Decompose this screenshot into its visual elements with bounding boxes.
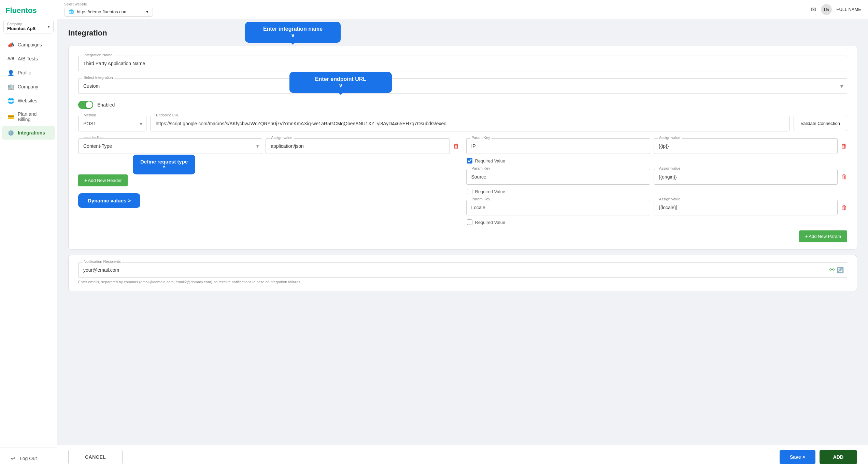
enabled-toggle[interactable] <box>78 101 93 109</box>
add-param-button[interactable]: + Add New Param <box>799 230 847 242</box>
integration-name-field: Integration Name <box>78 56 847 71</box>
validate-connection-button[interactable]: Validate Connection <box>794 116 847 131</box>
notification-input[interactable] <box>78 262 847 278</box>
sidebar-item-label: Integrations <box>18 130 45 136</box>
avatar[interactable]: 1% <box>821 4 832 15</box>
sidebar: Fluentos Company Fluentos ApS ▾ 📣 Campai… <box>0 0 57 469</box>
logout-button[interactable]: ↩ Log Out <box>4 452 53 465</box>
param-2-assign-label: Assign value <box>658 166 682 170</box>
param-2-assign-wrap: Assign value <box>654 169 838 185</box>
website-dropdown[interactable]: 🌐 https://demo.fluentos.com ▾ <box>64 7 153 17</box>
param-3-required-row: Required Value <box>467 219 848 225</box>
company-selector[interactable]: Company Fluentos ApS ▾ <box>3 20 54 33</box>
refresh-icon[interactable]: 🔄 <box>837 267 844 273</box>
website-url: https://demo.fluentos.com <box>77 9 128 14</box>
save-label: Save > <box>790 454 805 460</box>
save-button[interactable]: Save > <box>780 450 815 464</box>
header-row-1: Header Key ▾ Assign value <box>78 138 459 154</box>
add-button[interactable]: ADD <box>820 450 857 464</box>
sidebar-item-websites[interactable]: 🌐 Websites <box>2 94 55 108</box>
select-integration-dropdown[interactable]: Custom <box>78 78 847 94</box>
param-3-assign-input[interactable] <box>654 200 838 215</box>
param-3-key-wrap: Param Key <box>466 200 650 215</box>
company-name: Fluentos ApS <box>7 26 35 31</box>
header-key-input[interactable] <box>78 138 262 154</box>
param-3-assign-label: Assign value <box>658 197 682 201</box>
eye-icon[interactable]: 👁 <box>829 267 835 273</box>
param-1-required-label: Required Value <box>475 158 506 164</box>
tooltip-define-request: Define request type ^ <box>133 155 195 174</box>
header-delete-button[interactable]: 🗑 <box>453 143 459 150</box>
toggle-knob <box>86 101 93 108</box>
cancel-button[interactable]: CANCEL <box>68 450 123 464</box>
endpoint-url-input[interactable] <box>151 116 789 131</box>
footer-actions: Save > ADD <box>780 450 857 464</box>
header-right: ✉ 1% FULL NAME <box>811 4 861 15</box>
method-label: Method <box>82 113 98 117</box>
mail-icon[interactable]: ✉ <box>811 6 816 13</box>
sidebar-item-company[interactable]: 🏢 Company <box>2 80 55 94</box>
header-assign-label: Assign value <box>270 136 294 140</box>
param-1-key-input[interactable] <box>466 138 650 154</box>
param-3-fields: Param Key Assign value 🗑 <box>466 200 848 215</box>
param-3-required-label: Required Value <box>475 220 506 225</box>
sidebar-item-label: A/B Tests <box>18 56 38 61</box>
sidebar-item-campaigns[interactable]: 📣 Campaigns <box>2 38 55 52</box>
globe-icon: 🌐 <box>69 9 74 14</box>
add-header-button[interactable]: + Add New Header <box>78 174 128 186</box>
method-dropdown[interactable]: POST <box>78 116 146 131</box>
header-assign-input[interactable] <box>266 138 450 154</box>
logout-label: Log Out <box>20 456 37 461</box>
integration-form: Integration Name Select Integration Cust… <box>68 46 857 250</box>
header-key-wrap: Header Key ▾ <box>78 138 262 154</box>
select-integration-wrap: Select Integration Custom ▾ <box>78 78 847 94</box>
sidebar-item-plan-billing[interactable]: 💳 Plan and Billing <box>2 108 55 126</box>
form-footer: CANCEL Save > ADD <box>57 445 868 469</box>
sidebar-item-integrations[interactable]: ⚙️ Integrations <box>2 126 55 140</box>
sidebar-item-ab-tests[interactable]: A/B A/B Tests <box>2 52 55 66</box>
param-1-assign-input[interactable] <box>654 138 838 154</box>
param-1-key-label: Param Key <box>470 136 492 140</box>
param-1-assign-label: Assign value <box>658 136 682 140</box>
validate-btn-label: Validate Connection <box>801 121 840 126</box>
website-selector-label: Select Website <box>64 2 153 6</box>
select-integration-label: Select Integration <box>82 75 114 80</box>
sidebar-item-label: Plan and Billing <box>18 111 49 122</box>
param-2-key-wrap: Param Key <box>466 169 650 185</box>
param-2-required-row: Required Value <box>467 189 848 194</box>
sidebar-item-profile[interactable]: 👤 Profile <box>2 66 55 80</box>
param-3-key-input[interactable] <box>466 200 650 215</box>
company-icon: 🏢 <box>8 83 14 90</box>
add-label: ADD <box>833 454 843 460</box>
param-3-required-checkbox[interactable] <box>467 219 472 225</box>
param-1-fields: Param Key Assign value 🗑 <box>466 138 848 154</box>
add-header-label: + Add New Header <box>84 178 122 183</box>
websites-icon: 🌐 <box>8 97 14 104</box>
header-key-dropdown-icon: ▾ <box>256 143 259 149</box>
page-title: Integration <box>68 29 857 38</box>
notification-hint: Enter emails, separated by commas (email… <box>78 280 847 284</box>
integrations-icon: ⚙️ <box>8 129 14 136</box>
param-2-assign-input[interactable] <box>654 169 838 185</box>
param-row-2: Param Key Assign value 🗑 Required V <box>466 169 848 194</box>
page-content: Integration Enter integration name∨ Ente… <box>57 19 868 445</box>
endpoint-url-wrap: Endpoint URL <box>151 116 789 131</box>
param-2-fields: Param Key Assign value 🗑 <box>466 169 848 185</box>
chevron-down-icon: ▾ <box>48 25 50 29</box>
company-label: Company <box>7 22 35 26</box>
sidebar-item-label: Profile <box>18 70 31 75</box>
tooltip-dynamic-values: Dynamic values > <box>78 193 140 208</box>
param-2-required-checkbox[interactable] <box>467 189 472 194</box>
param-1-delete-button[interactable]: 🗑 <box>841 143 847 150</box>
param-1-assign-wrap: Assign value <box>654 138 838 154</box>
ab-tests-icon: A/B <box>8 55 14 62</box>
param-2-delete-button[interactable]: 🗑 <box>841 173 847 181</box>
notification-label: Notification Recipients <box>82 259 122 264</box>
param-2-key-label: Param Key <box>470 166 492 170</box>
param-1-required-checkbox[interactable] <box>467 158 472 164</box>
campaigns-icon: 📣 <box>8 41 14 48</box>
method-field: Method POST ▾ <box>78 116 146 131</box>
integration-name-input[interactable] <box>78 56 847 71</box>
param-2-key-input[interactable] <box>466 169 650 185</box>
param-3-delete-button[interactable]: 🗑 <box>841 204 847 211</box>
